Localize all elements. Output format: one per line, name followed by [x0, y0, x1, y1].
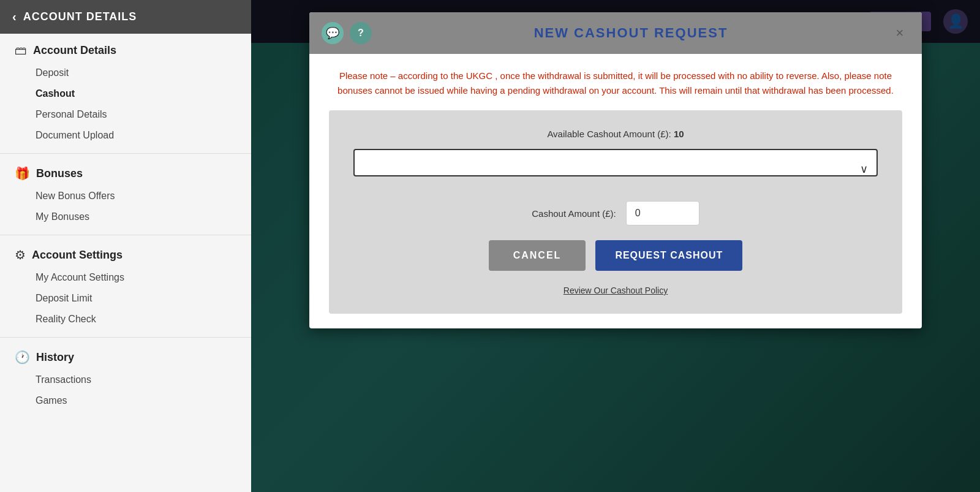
- modal-title: NEW CASHOUT REQUEST: [372, 25, 890, 41]
- chat-icon-button[interactable]: 💬: [322, 22, 344, 44]
- help-icon: ?: [358, 28, 364, 39]
- sidebar-item-personal-details[interactable]: Personal Details: [15, 104, 236, 125]
- account-settings-title: Account Settings: [32, 249, 123, 262]
- warning-text: Please note – according to the UKGC , on…: [329, 69, 902, 98]
- cashout-amount-input[interactable]: [626, 201, 699, 225]
- modal-body: Please note – according to the UKGC , on…: [309, 54, 922, 328]
- sidebar-item-cashout[interactable]: Cashout: [15, 83, 236, 104]
- bonuses-header: 🎁 Bonuses: [15, 166, 236, 181]
- side-panel-title: ACCOUNT DETAILS: [23, 10, 137, 23]
- modal-close-button[interactable]: ×: [890, 23, 910, 43]
- available-amount-row: Available Cashout Amount (£): 10: [353, 129, 878, 139]
- close-icon: ×: [896, 25, 904, 41]
- chat-icon: 💬: [326, 26, 339, 40]
- sidebar-item-my-bonuses[interactable]: My Bonuses: [15, 206, 236, 227]
- cashout-form-area: Available Cashout Amount (£): 10 ∨ Casho…: [329, 110, 902, 314]
- payment-method-dropdown[interactable]: [353, 149, 878, 176]
- divider-1: [0, 153, 251, 154]
- cancel-button[interactable]: CANCEL: [489, 240, 586, 271]
- history-title: History: [36, 351, 74, 364]
- cashout-modal: 💬 ? NEW CASHOUT REQUEST × Please note – …: [309, 12, 922, 328]
- divider-3: [0, 337, 251, 338]
- account-details-icon: 🗃: [15, 44, 27, 58]
- account-settings-icon: ⚙: [15, 248, 26, 262]
- modal-backdrop: 💬 ? NEW CASHOUT REQUEST × Please note – …: [251, 0, 980, 492]
- cashout-policy-link[interactable]: Review Our Cashout Policy: [353, 286, 878, 295]
- payment-method-dropdown-wrapper: ∨: [353, 149, 878, 189]
- request-cashout-button[interactable]: REQUEST CASHOUT: [595, 240, 742, 271]
- account-details-section: 🗃 Account Details Deposit Cashout Person…: [0, 34, 251, 151]
- help-icon-button[interactable]: ?: [350, 22, 372, 44]
- modal-header: 💬 ? NEW CASHOUT REQUEST ×: [309, 12, 922, 54]
- side-panel: ‹ ACCOUNT DETAILS 🗃 Account Details Depo…: [0, 0, 251, 492]
- available-cashout-value: 10: [674, 129, 684, 139]
- sidebar-item-games[interactable]: Games: [15, 390, 236, 411]
- sidebar-item-my-account-settings[interactable]: My Account Settings: [15, 267, 236, 288]
- bonuses-section: 🎁 Bonuses New Bonus Offers My Bonuses: [0, 156, 251, 232]
- sidebar-item-deposit-limit[interactable]: Deposit Limit: [15, 288, 236, 309]
- cashout-amount-label: Cashout Amount (£):: [532, 208, 616, 219]
- side-panel-content: 🗃 Account Details Deposit Cashout Person…: [0, 34, 251, 492]
- sidebar-item-deposit[interactable]: Deposit: [15, 62, 236, 83]
- cashout-amount-row: Cashout Amount (£):: [353, 201, 878, 225]
- history-icon: 🕐: [15, 350, 30, 365]
- divider-2: [0, 235, 251, 235]
- history-header: 🕐 History: [15, 350, 236, 365]
- back-arrow-icon[interactable]: ‹: [12, 10, 17, 24]
- account-settings-header: ⚙ Account Settings: [15, 248, 236, 262]
- bonuses-icon: 🎁: [15, 166, 30, 181]
- account-details-header: 🗃 Account Details: [15, 44, 236, 58]
- account-details-title: Account Details: [33, 44, 116, 57]
- sidebar-item-reality-check[interactable]: Reality Check: [15, 309, 236, 330]
- modal-header-icons: 💬 ?: [322, 22, 372, 44]
- available-cashout-label: Available Cashout Amount (£):: [547, 129, 671, 139]
- account-settings-section: ⚙ Account Settings My Account Settings D…: [0, 238, 251, 335]
- sidebar-item-transactions[interactable]: Transactions: [15, 369, 236, 390]
- side-panel-header: ‹ ACCOUNT DETAILS: [0, 0, 251, 34]
- sidebar-item-document-upload[interactable]: Document Upload: [15, 125, 236, 146]
- bonuses-title: Bonuses: [36, 167, 83, 180]
- button-row: CANCEL REQUEST CASHOUT: [353, 240, 878, 271]
- sidebar-item-new-bonus-offers[interactable]: New Bonus Offers: [15, 186, 236, 206]
- history-section: 🕐 History Transactions Games: [0, 340, 251, 416]
